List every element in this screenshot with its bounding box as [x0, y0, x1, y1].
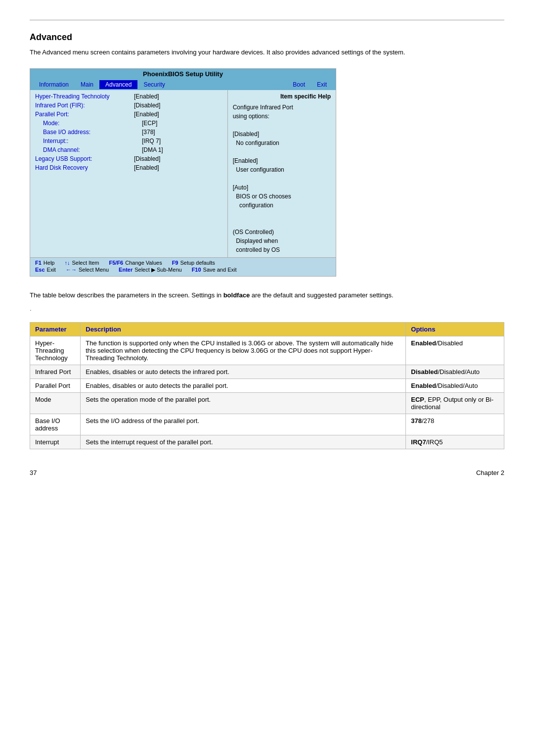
- bios-nav-information[interactable]: Information: [33, 80, 75, 89]
- bios-desc-changevalues: Change Values: [125, 260, 162, 266]
- desc-parallel: Enables, disables or auto detects the pa…: [81, 379, 406, 393]
- table-row: Infrared Port Enables, disables or auto …: [30, 365, 504, 379]
- opt-interrupt: IRQ7/IRQ5: [406, 435, 504, 449]
- bios-nav-boot[interactable]: Boot: [287, 80, 311, 89]
- page-number: 37: [30, 469, 37, 476]
- table-row: Hyper-ThreadingTechnology The function i…: [30, 336, 504, 365]
- table-header-row: Parameter Description Options: [30, 323, 504, 336]
- bios-enter-submenu: Enter Select ▶ Sub-Menu: [119, 267, 182, 273]
- bios-value-hdd: [Enabled]: [134, 164, 159, 171]
- bios-desc-selectmenu: Select Menu: [79, 267, 109, 273]
- bios-value-mode: [ECP]: [142, 120, 157, 127]
- desc-hyper: The function is supported only when the …: [81, 336, 406, 365]
- bios-title: PhoenixBIOS Setup Utility: [30, 69, 336, 79]
- desc-para: The table below describes the parameters…: [30, 290, 504, 300]
- bios-desc-submenu: Select ▶ Sub-Menu: [134, 267, 181, 273]
- item-specific-help-label: Item specific Help: [233, 93, 331, 100]
- bios-value-baseio: [378]: [142, 129, 155, 136]
- bios-key-esc: Esc: [35, 267, 45, 273]
- bios-help-right: Item specific Help Configure Infrared Po…: [227, 90, 336, 257]
- bios-footer-row-2: Esc Exit ←→ Select Menu Enter Select ▶ S…: [35, 267, 331, 273]
- bios-esc-exit: Esc Exit: [35, 267, 56, 273]
- bios-footer-row-1: F1 Help ↑↓ Select Item F5/F6 Change Valu…: [35, 260, 331, 266]
- bios-nav-main[interactable]: Main: [75, 80, 99, 89]
- bios-row-infrared: Infrared Port (FIR): [Disabled]: [35, 102, 222, 109]
- bios-change-values: F5/F6 Change Values: [109, 260, 162, 266]
- bios-row-hdd: Hard Disk Recovery [Enabled]: [35, 164, 222, 171]
- bios-row-mode: Mode: [ECP]: [43, 120, 222, 127]
- bios-label-infrared: Infrared Port (FIR):: [35, 102, 134, 109]
- bios-footer: F1 Help ↑↓ Select Item F5/F6 Change Valu…: [30, 257, 336, 276]
- bios-f1-help: F1 Help: [35, 260, 54, 266]
- bios-key-f10: F10: [192, 267, 201, 273]
- table-row: Parallel Port Enables, disables or auto …: [30, 379, 504, 393]
- bios-save-exit: F10 Save and Exit: [192, 267, 237, 273]
- bios-select-item: ↑↓ Select Item: [64, 260, 99, 266]
- bios-value-interrupt: [IRQ 7]: [142, 138, 161, 144]
- parameter-table: Parameter Description Options Hyper-Thre…: [30, 322, 504, 449]
- bios-key-enter: Enter: [119, 267, 133, 273]
- page-title: Advanced: [30, 32, 504, 43]
- opt-infrared: Disabled/Disabled/Auto: [406, 365, 504, 379]
- bios-value-hyper: [Enabled]: [134, 93, 159, 100]
- param-infrared: Infrared Port: [30, 365, 81, 379]
- bios-key-leftright: ←→: [66, 267, 77, 273]
- dot-separator: .: [30, 305, 504, 312]
- table-row: Interrupt Sets the interrupt request of …: [30, 435, 504, 449]
- table-row: Mode Sets the operation mode of the para…: [30, 393, 504, 414]
- opt-mode: ECP, EPP, Output only or Bi-directional: [406, 393, 504, 414]
- bios-desc-saveexit: Save and Exit: [203, 267, 237, 273]
- bios-row-hyper: Hyper-Threading Technoloty [Enabled]: [35, 93, 222, 100]
- bios-desc-selectitem: Select Item: [72, 260, 99, 266]
- bios-desc-setupdefaults: Setup defaults: [180, 260, 215, 266]
- bios-label-mode: Mode:: [43, 120, 142, 127]
- bios-row-parallel: Parallel Port: [Enabled]: [35, 111, 222, 118]
- bios-row-baseio: Base I/O address: [378]: [43, 129, 222, 136]
- bios-nav-exit[interactable]: Exit: [311, 80, 333, 89]
- bios-key-updown: ↑↓: [64, 260, 70, 266]
- bios-nav: Information Main Advanced Security Boot …: [30, 79, 336, 90]
- bios-label-dma: DMA channel:: [43, 146, 142, 153]
- bios-setup-defaults: F9 Setup defaults: [172, 260, 215, 266]
- bios-value-infrared: [Disabled]: [134, 102, 160, 109]
- param-parallel: Parallel Port: [30, 379, 81, 393]
- table-row: Base I/O address Sets the I/O address of…: [30, 414, 504, 435]
- bios-label-hdd: Hard Disk Recovery: [35, 164, 134, 171]
- desc-infrared: Enables, disables or auto detects the in…: [81, 365, 406, 379]
- param-mode: Mode: [30, 393, 81, 414]
- bios-screenshot-box: PhoenixBIOS Setup Utility Information Ma…: [30, 68, 336, 277]
- bios-key-f9: F9: [172, 260, 178, 266]
- bios-nav-advanced[interactable]: Advanced: [99, 80, 137, 89]
- opt-parallel: Enabled/Disabled/Auto: [406, 379, 504, 393]
- bios-label-hyper: Hyper-Threading Technoloty: [35, 93, 134, 100]
- desc-mode: Sets the operation mode of the parallel …: [81, 393, 406, 414]
- desc-interrupt: Sets the interrupt request of the parall…: [81, 435, 406, 449]
- bios-desc-exit: Exit: [47, 267, 56, 273]
- chapter-label: Chapter 2: [476, 469, 504, 476]
- opt-hyper: Enabled/Disabled: [406, 336, 504, 365]
- bios-value-dma: [DMA 1]: [142, 146, 163, 153]
- bios-row-usb: Legacy USB Support: [Disabled]: [35, 155, 222, 162]
- page-footer: 37 Chapter 2: [30, 469, 504, 476]
- param-hyper: Hyper-ThreadingTechnology: [30, 336, 81, 365]
- bios-select-menu: ←→ Select Menu: [66, 267, 109, 273]
- bios-params-left: Hyper-Threading Technoloty [Enabled] Inf…: [30, 90, 227, 257]
- bios-value-usb: [Disabled]: [134, 155, 160, 162]
- intro-text: The Advanced menu screen contains parame…: [30, 47, 504, 57]
- bios-desc-help: Help: [44, 260, 55, 266]
- bios-label-usb: Legacy USB Support:: [35, 155, 134, 162]
- bios-row-interrupt: Interrupt:: [IRQ 7]: [43, 138, 222, 144]
- bios-label-baseio: Base I/O address:: [43, 129, 142, 136]
- bios-label-parallel: Parallel Port:: [35, 111, 134, 118]
- bios-key-f1: F1: [35, 260, 42, 266]
- bios-help-text: Configure Infrared Port using options: […: [233, 103, 331, 254]
- bios-value-parallel: [Enabled]: [134, 111, 159, 118]
- desc-baseio: Sets the I/O address of the parallel por…: [81, 414, 406, 435]
- bios-row-dma: DMA channel: [DMA 1]: [43, 146, 222, 153]
- param-baseio: Base I/O address: [30, 414, 81, 435]
- col-header-parameter: Parameter: [30, 323, 81, 336]
- bios-label-interrupt: Interrupt::: [43, 138, 142, 144]
- bios-key-f5f6: F5/F6: [109, 260, 124, 266]
- param-interrupt: Interrupt: [30, 435, 81, 449]
- bios-nav-security[interactable]: Security: [137, 80, 171, 89]
